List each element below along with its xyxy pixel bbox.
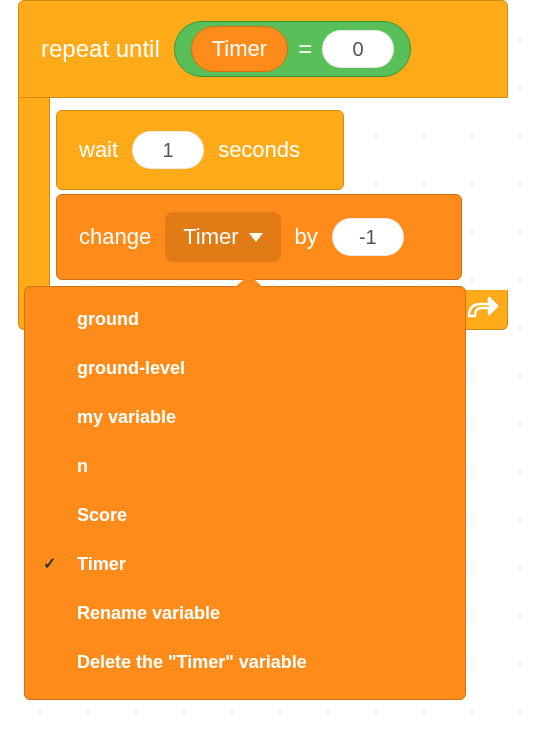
menu-item-timer[interactable]: Timer — [25, 540, 465, 589]
menu-item-ground-level[interactable]: ground-level — [25, 344, 465, 393]
variable-dropdown-menu[interactable]: ground ground-level my variable n Score … — [24, 286, 466, 700]
change-label-prefix: change — [79, 224, 151, 250]
variable-dropdown[interactable]: Timer — [165, 212, 280, 262]
chevron-down-icon — [249, 233, 263, 242]
wait-label-prefix: wait — [79, 137, 118, 163]
equals-value-input[interactable]: 0 — [322, 30, 394, 68]
timer-reporter[interactable]: Timer — [191, 26, 288, 72]
repeat-until-header[interactable]: repeat until Timer = 0 — [18, 0, 508, 98]
blocks-workspace[interactable]: repeat until Timer = 0 wait 1 seconds ch… — [0, 0, 558, 745]
menu-item-score[interactable]: Score — [25, 491, 465, 540]
repeat-until-label: repeat until — [41, 35, 160, 63]
menu-item-rename[interactable]: Rename variable — [25, 589, 465, 638]
loop-arrow-icon — [465, 296, 499, 324]
variable-dropdown-label: Timer — [183, 224, 238, 250]
equals-operator[interactable]: Timer = 0 — [174, 21, 411, 77]
wait-value-input[interactable]: 1 — [132, 131, 204, 169]
wait-block[interactable]: wait 1 seconds — [56, 110, 344, 190]
change-variable-block[interactable]: change Timer by -1 — [56, 194, 462, 280]
repeat-until-arm — [18, 98, 50, 290]
menu-item-my-variable[interactable]: my variable — [25, 393, 465, 442]
wait-label-suffix: seconds — [218, 137, 300, 163]
menu-item-ground[interactable]: ground — [25, 295, 465, 344]
change-value-input[interactable]: -1 — [332, 218, 404, 256]
equals-sign: = — [298, 35, 312, 63]
menu-item-n[interactable]: n — [25, 442, 465, 491]
menu-item-delete[interactable]: Delete the "Timer" variable — [25, 638, 465, 687]
change-label-by: by — [295, 224, 318, 250]
